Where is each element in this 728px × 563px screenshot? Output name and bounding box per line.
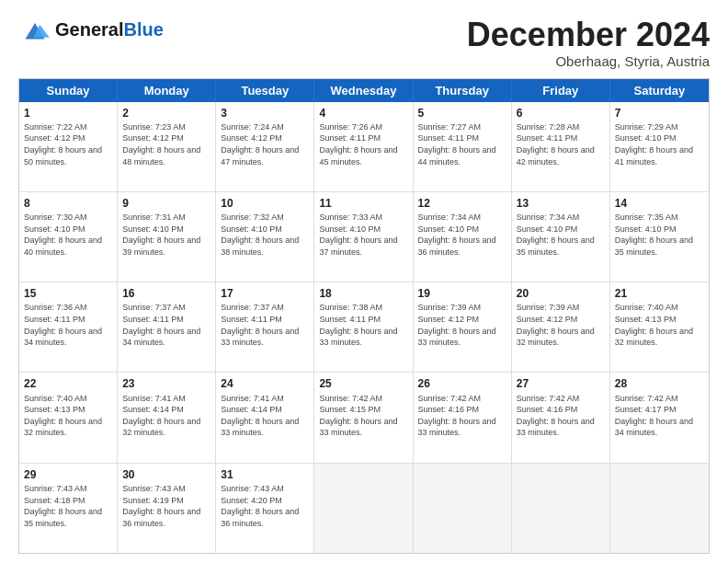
calendar-cell: 21Sunrise: 7:40 AM Sunset: 4:13 PM Dayli…: [610, 282, 709, 372]
day-number: 26: [418, 376, 506, 391]
day-info: Sunrise: 7:34 AM Sunset: 4:10 PM Dayligh…: [517, 212, 605, 258]
calendar-cell: 11Sunrise: 7:33 AM Sunset: 4:10 PM Dayli…: [314, 192, 413, 282]
weekday-header: Friday: [512, 79, 610, 102]
day-number: 7: [615, 106, 704, 121]
day-info: Sunrise: 7:42 AM Sunset: 4:15 PM Dayligh…: [319, 393, 407, 439]
day-info: Sunrise: 7:37 AM Sunset: 4:11 PM Dayligh…: [122, 302, 210, 348]
day-info: Sunrise: 7:39 AM Sunset: 4:12 PM Dayligh…: [517, 302, 605, 348]
day-number: 8: [24, 196, 112, 211]
day-info: Sunrise: 7:40 AM Sunset: 4:13 PM Dayligh…: [615, 302, 704, 348]
logo-text-general: General: [55, 19, 123, 40]
day-info: Sunrise: 7:42 AM Sunset: 4:16 PM Dayligh…: [418, 393, 506, 439]
day-info: Sunrise: 7:43 AM Sunset: 4:18 PM Dayligh…: [24, 483, 112, 529]
logo-icon: [18, 17, 51, 42]
day-info: Sunrise: 7:30 AM Sunset: 4:10 PM Dayligh…: [24, 212, 112, 258]
day-info: Sunrise: 7:41 AM Sunset: 4:14 PM Dayligh…: [122, 393, 210, 439]
logo-text-blue: Blue: [123, 19, 163, 40]
weekday-header: Sunday: [19, 79, 118, 102]
day-info: Sunrise: 7:42 AM Sunset: 4:16 PM Dayligh…: [517, 393, 605, 439]
day-number: 9: [122, 196, 210, 211]
calendar-cell: [414, 464, 512, 553]
calendar-cell: 19Sunrise: 7:39 AM Sunset: 4:12 PM Dayli…: [414, 282, 512, 372]
day-number: 5: [418, 106, 506, 121]
day-info: Sunrise: 7:31 AM Sunset: 4:10 PM Dayligh…: [122, 212, 210, 258]
calendar-cell: 3Sunrise: 7:24 AM Sunset: 4:12 PM Daylig…: [216, 102, 314, 191]
day-number: 18: [319, 286, 407, 301]
calendar-cell: 20Sunrise: 7:39 AM Sunset: 4:12 PM Dayli…: [512, 282, 610, 372]
title-block: December 2024 Oberhaag, Styria, Austria: [467, 17, 710, 69]
calendar-cell: [512, 464, 610, 553]
day-number: 3: [221, 106, 309, 121]
day-number: 11: [319, 196, 407, 211]
calendar-cell: 24Sunrise: 7:41 AM Sunset: 4:14 PM Dayli…: [216, 373, 314, 462]
calendar-row: 29Sunrise: 7:43 AM Sunset: 4:18 PM Dayli…: [19, 463, 709, 553]
day-number: 16: [122, 286, 210, 301]
weekday-header: Saturday: [610, 79, 709, 102]
calendar-cell: 28Sunrise: 7:42 AM Sunset: 4:17 PM Dayli…: [610, 373, 709, 462]
day-info: Sunrise: 7:43 AM Sunset: 4:19 PM Dayligh…: [122, 483, 210, 529]
calendar-cell: 22Sunrise: 7:40 AM Sunset: 4:13 PM Dayli…: [19, 373, 118, 462]
calendar-cell: 15Sunrise: 7:36 AM Sunset: 4:11 PM Dayli…: [19, 282, 118, 372]
day-number: 29: [24, 467, 112, 482]
day-number: 22: [24, 376, 112, 391]
day-number: 4: [319, 106, 407, 121]
day-info: Sunrise: 7:42 AM Sunset: 4:17 PM Dayligh…: [615, 393, 704, 439]
calendar-cell: 27Sunrise: 7:42 AM Sunset: 4:16 PM Dayli…: [512, 373, 610, 462]
day-number: 27: [517, 376, 605, 391]
day-info: Sunrise: 7:36 AM Sunset: 4:11 PM Dayligh…: [24, 302, 112, 348]
day-number: 23: [122, 376, 210, 391]
calendar-cell: 9Sunrise: 7:31 AM Sunset: 4:10 PM Daylig…: [118, 192, 216, 282]
day-number: 24: [221, 376, 309, 391]
weekday-header: Wednesday: [314, 79, 413, 102]
calendar: SundayMondayTuesdayWednesdayThursdayFrid…: [18, 78, 710, 554]
calendar-cell: 29Sunrise: 7:43 AM Sunset: 4:18 PM Dayli…: [19, 464, 118, 553]
day-info: Sunrise: 7:43 AM Sunset: 4:20 PM Dayligh…: [221, 483, 309, 529]
day-info: Sunrise: 7:23 AM Sunset: 4:12 PM Dayligh…: [122, 121, 210, 167]
calendar-cell: 7Sunrise: 7:29 AM Sunset: 4:10 PM Daylig…: [610, 102, 709, 191]
calendar-cell: 6Sunrise: 7:28 AM Sunset: 4:11 PM Daylig…: [512, 102, 610, 191]
day-number: 30: [122, 467, 210, 482]
day-number: 21: [615, 286, 704, 301]
day-info: Sunrise: 7:41 AM Sunset: 4:14 PM Dayligh…: [221, 393, 309, 439]
day-number: 28: [615, 376, 704, 391]
calendar-cell: 23Sunrise: 7:41 AM Sunset: 4:14 PM Dayli…: [118, 373, 216, 462]
calendar-cell: 31Sunrise: 7:43 AM Sunset: 4:20 PM Dayli…: [216, 464, 314, 553]
day-number: 17: [221, 286, 309, 301]
day-number: 20: [517, 286, 605, 301]
day-number: 2: [122, 106, 210, 121]
day-number: 1: [24, 106, 112, 121]
day-number: 31: [221, 467, 309, 482]
day-info: Sunrise: 7:22 AM Sunset: 4:12 PM Dayligh…: [24, 121, 112, 167]
calendar-cell: 25Sunrise: 7:42 AM Sunset: 4:15 PM Dayli…: [314, 373, 413, 462]
day-info: Sunrise: 7:38 AM Sunset: 4:11 PM Dayligh…: [319, 302, 407, 348]
weekday-header: Tuesday: [216, 79, 314, 102]
calendar-cell: [610, 464, 709, 553]
day-number: 10: [221, 196, 309, 211]
day-info: Sunrise: 7:33 AM Sunset: 4:10 PM Dayligh…: [319, 212, 407, 258]
day-info: Sunrise: 7:40 AM Sunset: 4:13 PM Dayligh…: [24, 393, 112, 439]
calendar-cell: 13Sunrise: 7:34 AM Sunset: 4:10 PM Dayli…: [512, 192, 610, 282]
calendar-cell: 14Sunrise: 7:35 AM Sunset: 4:10 PM Dayli…: [610, 192, 709, 282]
day-info: Sunrise: 7:35 AM Sunset: 4:10 PM Dayligh…: [615, 212, 704, 258]
day-info: Sunrise: 7:32 AM Sunset: 4:10 PM Dayligh…: [221, 212, 309, 258]
calendar-cell: 17Sunrise: 7:37 AM Sunset: 4:11 PM Dayli…: [216, 282, 314, 372]
calendar-cell: 4Sunrise: 7:26 AM Sunset: 4:11 PM Daylig…: [314, 102, 413, 191]
day-info: Sunrise: 7:34 AM Sunset: 4:10 PM Dayligh…: [418, 212, 506, 258]
day-number: 12: [418, 196, 506, 211]
day-number: 15: [24, 286, 112, 301]
calendar-cell: 8Sunrise: 7:30 AM Sunset: 4:10 PM Daylig…: [19, 192, 118, 282]
day-number: 25: [319, 376, 407, 391]
day-info: Sunrise: 7:28 AM Sunset: 4:11 PM Dayligh…: [517, 121, 605, 167]
calendar-cell: 1Sunrise: 7:22 AM Sunset: 4:12 PM Daylig…: [19, 102, 118, 191]
day-info: Sunrise: 7:27 AM Sunset: 4:11 PM Dayligh…: [418, 121, 506, 167]
calendar-cell: 26Sunrise: 7:42 AM Sunset: 4:16 PM Dayli…: [414, 373, 512, 462]
calendar-cell: 16Sunrise: 7:37 AM Sunset: 4:11 PM Dayli…: [118, 282, 216, 372]
day-number: 6: [517, 106, 605, 121]
calendar-row: 8Sunrise: 7:30 AM Sunset: 4:10 PM Daylig…: [19, 191, 709, 282]
location-subtitle: Oberhaag, Styria, Austria: [467, 53, 710, 69]
calendar-body: 1Sunrise: 7:22 AM Sunset: 4:12 PM Daylig…: [19, 102, 709, 553]
calendar-cell: [314, 464, 413, 553]
calendar-header: SundayMondayTuesdayWednesdayThursdayFrid…: [19, 79, 709, 102]
calendar-cell: 5Sunrise: 7:27 AM Sunset: 4:11 PM Daylig…: [414, 102, 512, 191]
page: GeneralBlue December 2024 Oberhaag, Styr…: [0, 0, 728, 563]
